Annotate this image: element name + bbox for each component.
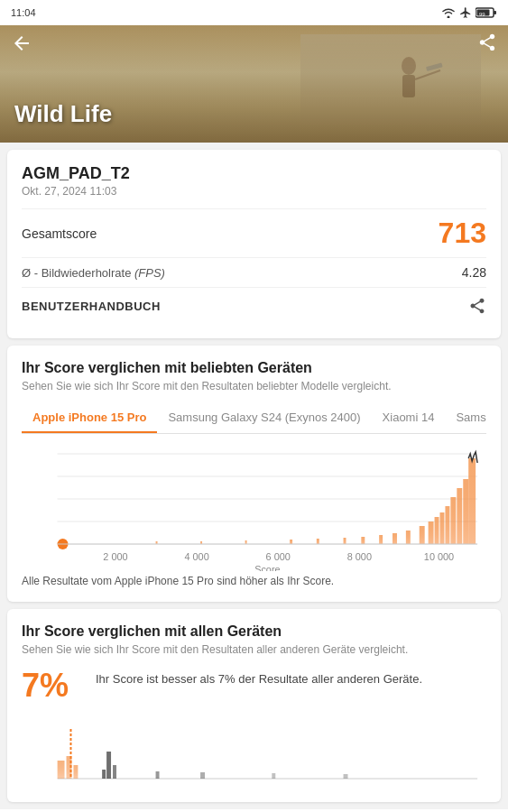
tab-galaxy-s24[interactable]: Samsung Galaxy S24 (Exynos 2400) [157, 403, 371, 433]
svg-rect-19 [317, 539, 319, 544]
fps-label: Ø - Bildwiederholrate (FPS) [22, 266, 165, 280]
svg-rect-18 [290, 540, 292, 544]
total-score-row: Gesamtscore 713 [22, 208, 486, 257]
svg-text:6 000: 6 000 [266, 551, 291, 562]
total-score-value: 713 [439, 217, 486, 250]
comparison-subtitle: Sehen Sie wie sich Ihr Score mit den Res… [22, 380, 486, 392]
svg-text:Score: Score [254, 564, 280, 571]
percentage-section: 7% Ihr Score ist besser als 7% der Resul… [22, 667, 486, 705]
svg-rect-50 [200, 772, 205, 779]
svg-rect-31 [457, 488, 462, 544]
svg-rect-26 [429, 521, 434, 544]
svg-rect-27 [435, 517, 439, 544]
time-display: 11:04 [11, 7, 36, 18]
svg-text:4 000: 4 000 [184, 551, 208, 562]
svg-rect-22 [379, 535, 383, 544]
svg-rect-49 [156, 771, 160, 779]
device-name: AGM_PAD_T2 [22, 164, 486, 183]
svg-rect-48 [113, 765, 116, 779]
svg-rect-1 [494, 11, 496, 14]
svg-rect-51 [272, 773, 275, 779]
svg-text:99: 99 [479, 12, 485, 17]
svg-rect-47 [106, 752, 111, 779]
svg-text:2 000: 2 000 [103, 551, 127, 562]
back-button[interactable] [11, 32, 32, 60]
svg-rect-32 [463, 479, 468, 544]
share-icon [468, 297, 486, 315]
svg-rect-45 [73, 765, 78, 779]
all-devices-subtitle: Sehen Sie wie sich Ihr Score mit den Res… [22, 643, 486, 656]
hero-share-button[interactable] [477, 32, 497, 57]
fps-row: Ø - Bildwiederholrate (FPS) 4.28 [22, 257, 486, 287]
svg-rect-30 [450, 497, 456, 544]
big-percentage: 7% [22, 667, 85, 705]
airplane-icon [459, 6, 472, 19]
svg-text:8 000: 8 000 [347, 551, 372, 562]
tab-iphone15pro[interactable]: Apple iPhone 15 Pro [22, 403, 157, 433]
svg-rect-25 [420, 526, 425, 544]
comparison-chart-svg: 2 000 4 000 6 000 8 000 10 000 Score [22, 445, 486, 571]
all-devices-chart [22, 715, 486, 788]
svg-rect-28 [440, 512, 445, 544]
svg-rect-43 [58, 761, 65, 779]
svg-rect-24 [406, 531, 411, 544]
wifi-icon [441, 7, 456, 18]
svg-rect-20 [344, 538, 346, 544]
tab-xiaomi14[interactable]: Xiaomi 14 [372, 403, 446, 433]
manual-row[interactable]: BENUTZERHANDBUCH [22, 287, 486, 324]
battery-icon: 99 [476, 7, 497, 18]
all-devices-title: Ihr Score verglichen mit allen Geräten [22, 623, 486, 640]
percent-description: Ihr Score ist besser als 7% der Resultat… [96, 667, 422, 686]
manual-label: BENUTZERHANDBUCH [22, 300, 161, 313]
all-devices-card: Ihr Score verglichen mit allen Geräten S… [7, 609, 501, 802]
device-tabs: Apple iPhone 15 Pro Samsung Galaxy S24 (… [22, 403, 486, 434]
chart-note: Alle Resultate vom Apple iPhone 15 Pro s… [22, 575, 486, 587]
svg-rect-17 [245, 540, 247, 544]
hero-title: Wild Life [14, 100, 112, 128]
hero-section: Wild Life [0, 25, 508, 143]
fps-value: 4.28 [462, 265, 486, 280]
status-right: 99 [441, 6, 497, 19]
svg-text:10 000: 10 000 [424, 551, 454, 562]
svg-rect-21 [361, 537, 365, 544]
comparison-title: Ihr Score verglichen mit beliebten Gerät… [22, 360, 486, 376]
comparison-chart: 2 000 4 000 6 000 8 000 10 000 Score [22, 445, 486, 571]
status-left: 11:04 [11, 7, 36, 18]
svg-rect-23 [393, 533, 397, 544]
status-bar: 11:04 99 [0, 0, 508, 25]
total-score-label: Gesamtscore [22, 226, 97, 241]
device-info-card: AGM_PAD_T2 Okt. 27, 2024 11:03 Gesamtsco… [7, 150, 501, 338]
popular-comparison-card: Ihr Score verglichen mit beliebten Gerät… [7, 346, 501, 602]
device-date: Okt. 27, 2024 11:03 [22, 185, 486, 198]
svg-rect-46 [102, 770, 106, 779]
svg-rect-33 [468, 458, 476, 544]
tab-samsung[interactable]: Samsun [445, 403, 486, 433]
svg-rect-29 [445, 506, 449, 544]
all-devices-chart-svg [22, 715, 486, 788]
svg-rect-52 [344, 774, 348, 779]
